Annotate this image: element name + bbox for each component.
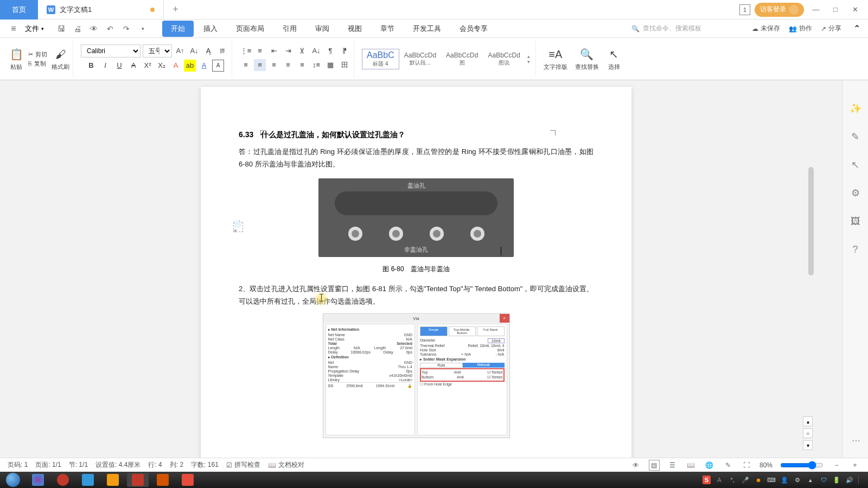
sort-icon[interactable]: A↓ xyxy=(310,45,322,57)
status-page-no[interactable]: 页码: 1 xyxy=(8,460,28,470)
copy-button[interactable]: ⎘复制 xyxy=(28,60,47,68)
web-view-icon[interactable]: 🌐 xyxy=(704,460,715,471)
file-menu[interactable]: 文件▾ xyxy=(21,24,48,34)
prev-page-nav-icon[interactable]: ▴ xyxy=(803,416,813,426)
show-marks-icon[interactable]: ¶ xyxy=(324,45,336,57)
select-button[interactable]: ↖选择 xyxy=(607,47,622,71)
number-list-icon[interactable]: ≡ xyxy=(254,45,266,57)
taskbar-app-5[interactable] xyxy=(127,473,149,487)
taskbar-app-4[interactable] xyxy=(102,473,124,487)
zoom-slider[interactable] xyxy=(780,461,824,470)
style-caption[interactable]: AaBbCcDd图说 xyxy=(483,50,525,68)
ime-emoji-icon[interactable]: ☻ xyxy=(754,476,763,484)
ribbon-tab-reference[interactable]: 引用 xyxy=(274,21,305,37)
align-left-icon[interactable]: ≡ xyxy=(240,59,252,71)
read-view-icon[interactable]: 📖 xyxy=(686,460,697,471)
save-icon[interactable]: 🖫 xyxy=(56,23,67,34)
bullet-list-icon[interactable]: ⋮≡ xyxy=(240,45,252,57)
ribbon-tab-review[interactable]: 审阅 xyxy=(307,21,338,37)
annotate-icon[interactable]: ✎ xyxy=(723,460,733,471)
hamburger-icon[interactable]: ≡ xyxy=(8,23,20,35)
zoom-in-icon[interactable]: + xyxy=(850,460,860,471)
font-name-select[interactable]: Calibri xyxy=(81,44,141,57)
align-center-icon[interactable]: ≡ xyxy=(254,59,266,71)
align-justify-icon[interactable]: ≡ xyxy=(282,59,294,71)
cut-button[interactable]: ✂剪切 xyxy=(28,50,47,59)
underline-button[interactable]: U xyxy=(113,60,125,72)
line-spacing-icon[interactable]: ↕≡ xyxy=(310,59,322,71)
suggestions-icon[interactable]: ✨ xyxy=(849,102,862,115)
italic-button[interactable]: I xyxy=(99,60,111,72)
zoom-level[interactable]: 80% xyxy=(760,461,773,469)
style-figure[interactable]: AaBbCcDd图 xyxy=(441,50,483,68)
ribbon-collapse-icon[interactable]: ⌃ xyxy=(853,23,860,34)
status-section[interactable]: 节: 1/1 xyxy=(69,460,88,470)
style-scroll-down-icon[interactable]: ▾ xyxy=(527,59,530,65)
para-marks-icon[interactable]: ⁋ xyxy=(339,45,350,57)
shading-icon[interactable]: ▦ xyxy=(324,59,336,71)
page-nav-dot-icon[interactable]: ○ xyxy=(803,428,813,438)
tray-volume-icon[interactable]: 🔊 xyxy=(845,476,854,484)
outline-view-icon[interactable]: ☰ xyxy=(667,460,678,471)
superscript-button[interactable]: X² xyxy=(142,60,154,72)
ribbon-tab-layout[interactable]: 页面布局 xyxy=(227,21,273,37)
command-search[interactable]: 🔍 查找命令、搜索模板 xyxy=(631,24,740,33)
more-options-icon[interactable]: ⋯ xyxy=(852,435,861,446)
decrease-indent-icon[interactable]: ⇤ xyxy=(268,45,280,57)
ribbon-tab-member[interactable]: 会员专享 xyxy=(451,21,496,37)
status-words[interactable]: 字数: 161 xyxy=(191,460,219,470)
tray-battery-icon[interactable]: 🔋 xyxy=(832,476,841,484)
print-preview-icon[interactable]: 👁 xyxy=(88,23,99,34)
ime-settings-icon[interactable]: ⚙ xyxy=(793,476,802,484)
find-replace-button[interactable]: 🔍查找替换 xyxy=(575,47,599,71)
guest-login-button[interactable]: 访客登录 xyxy=(755,3,804,17)
ribbon-tab-devtools[interactable]: 开发工具 xyxy=(404,21,450,37)
document-tab[interactable]: W 文字文稿1 xyxy=(38,0,164,20)
font-size-select[interactable]: 五号 xyxy=(143,44,172,57)
ribbon-tab-view[interactable]: 视图 xyxy=(339,21,371,37)
vertical-scrollbar[interactable] xyxy=(807,167,815,445)
subscript-button[interactable]: X₂ xyxy=(156,60,168,72)
increase-font-icon[interactable]: A↑ xyxy=(174,45,186,57)
status-col[interactable]: 列: 2 xyxy=(170,460,183,470)
align-right-icon[interactable]: ≡ xyxy=(268,59,280,71)
taskbar-app-6[interactable] xyxy=(152,473,174,487)
new-tab-button[interactable]: + xyxy=(164,4,187,15)
fit-width-icon[interactable]: ⛶ xyxy=(741,460,752,471)
ime-punct-icon[interactable]: °, xyxy=(728,476,737,484)
collab-button[interactable]: 👥协作 xyxy=(789,24,812,33)
decrease-font-icon[interactable]: A↓ xyxy=(188,45,200,57)
spell-check-button[interactable]: ☑拼写检查 xyxy=(226,460,260,470)
zoom-out-icon[interactable]: − xyxy=(831,460,842,471)
undo-icon[interactable]: ↶ xyxy=(105,23,116,34)
show-desktop-button[interactable] xyxy=(858,476,863,484)
page-view-icon[interactable]: ▤ xyxy=(649,460,660,471)
close-button[interactable]: ✕ xyxy=(847,2,863,17)
next-page-nav-icon[interactable]: ▾ xyxy=(803,440,813,450)
format-painter-button[interactable]: 🖌格式刷 xyxy=(52,47,69,71)
taskbar-app-2[interactable] xyxy=(52,473,74,487)
window-count-box[interactable]: 1 xyxy=(739,4,750,15)
char-border-button[interactable]: A xyxy=(212,60,224,72)
distribute-icon[interactable]: ≡ xyxy=(296,59,308,71)
help-icon[interactable]: ? xyxy=(849,243,862,256)
print-icon[interactable]: 🖨 xyxy=(72,23,83,34)
maximize-button[interactable]: □ xyxy=(828,2,843,17)
taskbar-app-3[interactable] xyxy=(77,473,99,487)
ribbon-tab-start[interactable]: 开始 xyxy=(162,21,194,37)
increase-indent-icon[interactable]: ⇥ xyxy=(282,45,294,57)
eye-icon[interactable]: 👁 xyxy=(630,460,641,471)
text-layout-button[interactable]: ≡A文字排版 xyxy=(544,47,567,71)
ime-user-icon[interactable]: 👤 xyxy=(780,476,789,484)
image-tool-icon[interactable]: 🖼 xyxy=(849,215,862,228)
unsaved-status[interactable]: ☁未保存 xyxy=(752,24,780,33)
tab-settings-icon[interactable]: ⊻ xyxy=(296,45,308,57)
clear-format-icon[interactable]: Ą xyxy=(202,45,214,57)
tray-security-icon[interactable]: 🛡 xyxy=(819,476,828,484)
home-tab[interactable]: 首页 xyxy=(0,0,38,20)
sogou-ime-icon[interactable]: S xyxy=(703,476,711,484)
text-effect-button[interactable]: A xyxy=(170,60,182,72)
phonetic-icon[interactable]: 拼 xyxy=(216,45,228,57)
style-default[interactable]: AaBbCcDd默认段... xyxy=(399,50,441,68)
style-heading4[interactable]: AaBbC标题 4 xyxy=(362,49,399,69)
